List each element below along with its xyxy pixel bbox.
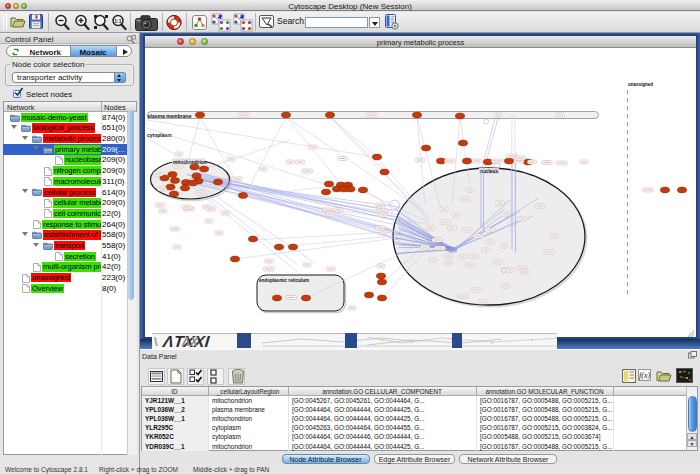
svg-text:1:1: 1:1 bbox=[114, 18, 121, 24]
svg-text:plasma membrane: plasma membrane bbox=[148, 113, 192, 119]
svg-text:\: \ bbox=[154, 334, 158, 349]
svg-text:endoplasmic reticulum: endoplasmic reticulum bbox=[259, 278, 309, 283]
svg-text:unassigned: unassigned bbox=[628, 82, 653, 87]
svg-text:mitochondrion: mitochondrion bbox=[173, 160, 207, 165]
svg-text:ΛΧ: ΛΧ bbox=[181, 335, 199, 349]
svg-text:nucleus: nucleus bbox=[480, 169, 498, 174]
